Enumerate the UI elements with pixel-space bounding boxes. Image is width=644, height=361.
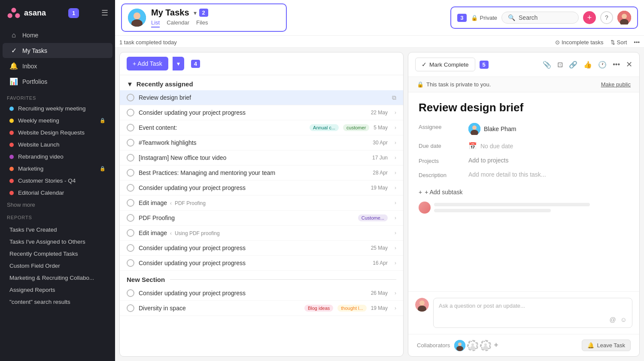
task-row[interactable]: Review design brief ⧉	[120, 90, 403, 105]
link-icon[interactable]: 🔗	[569, 61, 577, 69]
clock-icon[interactable]: 🕐	[598, 61, 607, 69]
projects-value[interactable]: Add to projects	[468, 157, 508, 164]
more-icon[interactable]: •••	[613, 61, 620, 68]
add-subtask-button[interactable]: + + Add subtask	[419, 185, 629, 199]
report-marketing-recruiting[interactable]: Marketing & Recruiting Collabo...	[3, 272, 112, 284]
task-check-2[interactable]	[127, 124, 134, 132]
leave-task-button[interactable]: 🔔 Leave Task	[582, 340, 631, 351]
sidebar-item-my-tasks[interactable]: ✓ My Tasks	[3, 43, 112, 58]
topbar-badge: 2	[199, 9, 208, 17]
favorite-customer-stories[interactable]: Customer Stories - Q4	[3, 175, 112, 187]
home-icon: ⌂	[9, 31, 18, 39]
task-name-ns0: Consider updating your project progress	[139, 290, 367, 297]
chevron-right-icon: ›	[395, 260, 396, 266]
report-tasks-assigned[interactable]: Tasks I've Assigned to Others	[3, 236, 112, 248]
sidebar-item-home[interactable]: ⌂ Home	[3, 28, 112, 43]
task-check-4[interactable]	[127, 154, 134, 162]
favorite-label: Weekly meeting	[18, 117, 59, 124]
incomplete-tasks-label[interactable]: ⊙ Incomplete tasks	[555, 39, 604, 46]
favorite-marketing[interactable]: Marketing 🔒	[3, 163, 112, 174]
help-button[interactable]: ?	[600, 11, 613, 24]
report-assigned[interactable]: Assigned Reports	[3, 284, 112, 296]
task-name-7: Edit image ‹ PDF Proofing	[139, 199, 388, 206]
report-content-search[interactable]: "content" search results	[3, 296, 112, 308]
tab-files[interactable]: Files	[196, 19, 208, 28]
more-options-icon[interactable]: •••	[634, 39, 640, 46]
task-row[interactable]: Consider updating your project progress …	[120, 105, 403, 120]
add-collaborator-button[interactable]: +	[494, 341, 498, 350]
tag-customer-purple: Custome...	[358, 214, 388, 221]
attachment-icon[interactable]: 📎	[543, 61, 551, 69]
copy-icon[interactable]: ⧉	[392, 94, 396, 101]
user-avatar-small[interactable]	[617, 11, 631, 24]
task-check-10[interactable]	[127, 244, 134, 252]
favorite-website-launch[interactable]: Website Launch	[3, 139, 112, 150]
report-custom-field[interactable]: Custom Field Order	[3, 260, 112, 272]
due-date-value[interactable]: 📅 No due date	[468, 142, 513, 150]
tab-calendar[interactable]: Calendar	[167, 19, 189, 28]
assignee-value[interactable]: Blake Pham	[468, 123, 516, 135]
thumbs-up-icon[interactable]: 👍	[583, 61, 592, 69]
favorite-recruiting[interactable]: Recruiting weekly meeting	[3, 103, 112, 114]
task-check-11[interactable]	[127, 259, 134, 267]
description-value[interactable]: Add more detail to this task...	[468, 171, 546, 178]
task-row[interactable]: Best Practices: Managing and mentoring y…	[120, 165, 403, 180]
task-row[interactable]: #Teamwork highlights 30 Apr ›	[120, 135, 403, 150]
make-public-link[interactable]: Make public	[601, 81, 631, 88]
add-task-button[interactable]: + Add Task	[127, 57, 168, 70]
search-box[interactable]: 🔍 Search	[501, 12, 579, 24]
emoji-icon[interactable]: ☺	[620, 316, 627, 323]
chevron-down-icon[interactable]: ▾	[194, 9, 197, 16]
task-check-1[interactable]	[127, 109, 134, 116]
circle-check-icon: ⊙	[555, 39, 560, 46]
task-check-7[interactable]	[127, 199, 134, 207]
favorite-website-design[interactable]: Website Design Requests	[3, 127, 112, 138]
task-row[interactable]: Edit image ‹ Using PDF proofing ›	[120, 226, 403, 241]
at-icon[interactable]: @	[609, 316, 616, 323]
task-row[interactable]: Consider updating your project progress …	[120, 180, 403, 196]
task-check-ns0[interactable]	[127, 289, 134, 297]
subtask-icon[interactable]: ⊡	[557, 61, 563, 69]
task-check-0[interactable]	[127, 94, 134, 101]
close-button[interactable]: ✕	[626, 60, 632, 69]
task-check-8[interactable]	[127, 214, 134, 222]
show-more-link[interactable]: Show more	[0, 199, 115, 211]
add-button[interactable]: +	[583, 11, 596, 24]
task-check-ns1[interactable]	[127, 304, 134, 312]
description-label: Description	[419, 171, 462, 178]
tab-list[interactable]: List	[151, 19, 160, 28]
favorite-weekly[interactable]: Weekly meeting 🔒	[3, 115, 112, 126]
sort-label[interactable]: ⇅ Sort	[611, 39, 627, 46]
search-icon: 🔍	[508, 14, 515, 21]
task-check-5[interactable]	[127, 169, 134, 177]
sidebar-item-inbox[interactable]: 🔔 Inbox	[3, 58, 112, 73]
description-placeholder[interactable]: Add more detail to this task...	[468, 171, 546, 178]
mark-complete-button[interactable]: ✓ Mark Complete	[415, 58, 475, 71]
comment-input[interactable]: Ask a question or post an update... @ ☺	[433, 298, 632, 328]
task-date-10: 25 May	[371, 245, 388, 251]
add-to-projects-link[interactable]: Add to projects	[468, 157, 508, 164]
favorite-editorial[interactable]: Editorial Calendar	[3, 187, 112, 199]
sidebar-item-portfolios[interactable]: 📊 Portfolios	[3, 74, 112, 89]
task-row[interactable]: Consider updating your project progress …	[120, 256, 403, 271]
task-row[interactable]: Event content: Annual c... customer 5 Ma…	[120, 120, 403, 135]
task-row[interactable]: Consider updating your project progress …	[120, 286, 403, 301]
task-row[interactable]: Edit image ‹ PDF Proofing ›	[120, 196, 403, 211]
task-row[interactable]: Diversity in space Blog ideas thought l.…	[120, 301, 403, 316]
comment-input-icons: @ ☺	[439, 316, 627, 323]
add-task-dropdown[interactable]: ▾	[173, 57, 184, 70]
report-recently-completed[interactable]: Recently Completed Tasks	[3, 248, 112, 260]
favorites-label: Favorites	[0, 91, 115, 102]
collapse-icon[interactable]: ▼	[127, 80, 133, 88]
task-row[interactable]: Consider updating your project progress …	[120, 241, 403, 256]
task-row[interactable]: [Instagram] New office tour video 17 Jun…	[120, 150, 403, 165]
hamburger-icon[interactable]: ☰	[101, 8, 108, 18]
comment-area: Ask a question or post an update... @ ☺	[408, 291, 639, 334]
report-tasks-created[interactable]: Tasks I've Created	[3, 224, 112, 236]
task-check-6[interactable]	[127, 184, 134, 192]
lock-notice-icon: 🔒	[417, 81, 424, 88]
favorite-rebranding[interactable]: Rebranding video	[3, 151, 112, 162]
task-check-9[interactable]	[127, 229, 134, 237]
task-row[interactable]: PDF Proofing Custome... ›	[120, 211, 403, 226]
task-check-3[interactable]	[127, 139, 134, 147]
